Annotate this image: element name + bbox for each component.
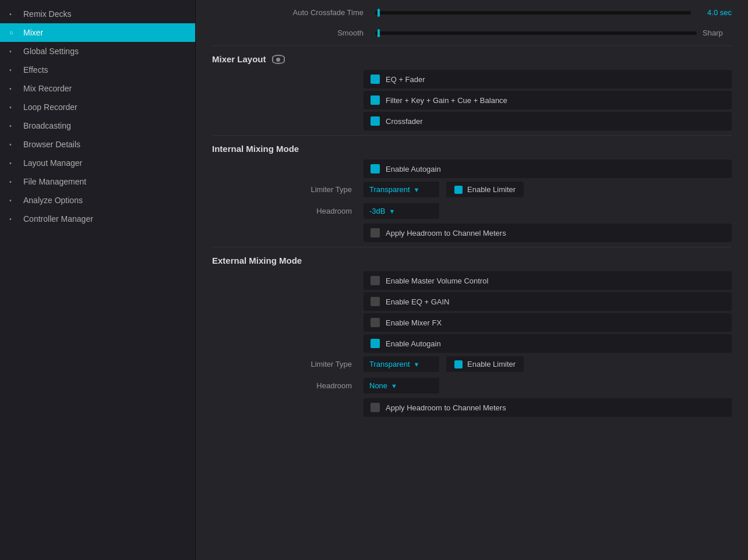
sidebar-item-file-management[interactable]: • File Management xyxy=(0,172,195,191)
sidebar-item-browser-details[interactable]: • Browser Details xyxy=(0,135,195,154)
filter-key-label: Filter + Key + Gain + Cue + Balance xyxy=(386,96,507,105)
dropdown-arrow-icon: ▼ xyxy=(414,186,420,193)
autocrossfade-slider-container: 4.0 sec xyxy=(375,8,732,17)
internal-apply-headroom-checkbox[interactable] xyxy=(371,228,380,238)
external-enable-limiter-label: Enable Limiter xyxy=(467,360,516,368)
internal-autogain-label: Enable Autogain xyxy=(386,165,441,173)
dropdown-arrow-icon: ▼ xyxy=(414,361,420,368)
internal-limiter-type-dropdown[interactable]: Transparent ▼ xyxy=(364,182,439,197)
smooth-slider-thumb[interactable] xyxy=(377,29,380,37)
external-eq-label: Enable EQ + GAIN xyxy=(386,297,449,306)
sidebar-item-remix-decks[interactable]: • Remix Decks xyxy=(0,5,195,23)
sidebar-item-label: Remix Decks xyxy=(23,9,71,19)
sidebar-item-mixer[interactable]: ○ Mixer xyxy=(0,23,195,42)
internal-apply-headroom-label: Apply Headroom to Channel Meters xyxy=(386,229,506,238)
sidebar-item-analyze-options[interactable]: • Analyze Options xyxy=(0,191,195,210)
internal-enable-limiter-label: Enable Limiter xyxy=(467,185,516,194)
sidebar-item-label: File Management xyxy=(23,177,86,186)
sidebar-item-mix-recorder[interactable]: • Mix Recorder xyxy=(0,79,195,98)
internal-enable-autogain-row[interactable]: Enable Autogain xyxy=(364,160,732,178)
active-icon: ○ xyxy=(9,29,20,36)
eye-icon[interactable] xyxy=(272,55,285,64)
sidebar-item-label: Global Settings xyxy=(23,47,79,56)
sidebar-item-label: Loop Recorder xyxy=(23,102,77,112)
smooth-row: Smooth Sharp xyxy=(212,20,732,41)
sidebar-item-label: Layout Manager xyxy=(23,158,82,168)
external-enable-mixer-fx-row[interactable]: Enable Mixer FX xyxy=(364,313,732,332)
sidebar-item-label: Analyze Options xyxy=(23,196,83,205)
external-enable-autogain-row[interactable]: Enable Autogain xyxy=(364,334,732,353)
bullet-icon: • xyxy=(9,197,20,204)
bullet-icon: • xyxy=(9,178,20,185)
sharp-label: Sharp xyxy=(703,29,732,37)
external-limiter-type-dropdown[interactable]: Transparent ▼ xyxy=(364,356,439,372)
external-mixer-fx-checkbox[interactable] xyxy=(371,318,380,327)
internal-headroom-label: Headroom xyxy=(212,207,364,215)
sidebar-item-label: Broadcasting xyxy=(23,121,71,130)
autocrossfade-slider-track[interactable] xyxy=(375,11,691,15)
autocrossfade-value: 4.0 sec xyxy=(697,8,732,17)
sidebar-item-global-settings[interactable]: • Global Settings xyxy=(0,42,195,61)
mixer-layout-filter-key[interactable]: Filter + Key + Gain + Cue + Balance xyxy=(364,91,732,109)
mixer-layout-eq-fader[interactable]: EQ + Fader xyxy=(364,70,732,88)
external-headroom-label: Headroom xyxy=(212,381,364,390)
mixer-layout-heading: Mixer Layout xyxy=(212,45,732,70)
external-headroom-dropdown[interactable]: None ▼ xyxy=(364,378,439,394)
internal-limiter-type-row: Limiter Type Transparent ▼ Enable Limite… xyxy=(212,180,732,199)
internal-mixing-heading: Internal Mixing Mode xyxy=(212,135,732,160)
main-content: Auto Crossfade Time 4.0 sec Smooth Sharp… xyxy=(196,0,748,560)
external-master-checkbox[interactable] xyxy=(371,276,380,285)
internal-limiter-type-label: Limiter Type xyxy=(212,185,364,194)
mixer-layout-checkboxes: EQ + Fader Filter + Key + Gain + Cue + B… xyxy=(364,70,732,130)
smooth-label: Smooth xyxy=(212,29,375,37)
internal-enable-limiter-checkbox[interactable] xyxy=(454,186,463,194)
internal-headroom-row: Headroom -3dB ▼ xyxy=(212,202,732,220)
bullet-icon: • xyxy=(9,215,20,222)
autocrossfade-slider-thumb[interactable] xyxy=(377,9,380,17)
dropdown-arrow-icon: ▼ xyxy=(389,208,395,215)
internal-autogain-checkbox[interactable] xyxy=(371,164,380,173)
bullet-icon: • xyxy=(9,66,20,73)
external-enable-limiter-checkbox[interactable] xyxy=(454,360,463,368)
external-master-label: Enable Master Volume Control xyxy=(386,277,488,285)
checkbox-filter-key[interactable] xyxy=(371,95,380,105)
sidebar-item-label: Effects xyxy=(23,65,48,75)
bullet-icon: • xyxy=(9,10,20,17)
sidebar-item-controller-manager[interactable]: • Controller Manager xyxy=(0,210,195,228)
bullet-icon: • xyxy=(9,104,20,111)
autocrossfade-row: Auto Crossfade Time 4.0 sec xyxy=(212,0,732,20)
external-enable-limiter-btn[interactable]: Enable Limiter xyxy=(446,356,524,372)
internal-headroom-dropdown[interactable]: -3dB ▼ xyxy=(364,203,439,219)
external-eq-checkbox[interactable] xyxy=(371,297,380,306)
sidebar-item-loop-recorder[interactable]: • Loop Recorder xyxy=(0,98,195,116)
external-enable-master-row[interactable]: Enable Master Volume Control xyxy=(364,271,732,290)
internal-apply-headroom-row[interactable]: Apply Headroom to Channel Meters xyxy=(364,224,732,242)
external-enable-eq-row[interactable]: Enable EQ + GAIN xyxy=(364,292,732,311)
external-mixer-fx-label: Enable Mixer FX xyxy=(386,318,442,327)
checkbox-crossfader[interactable] xyxy=(371,116,380,126)
sidebar: • Remix Decks ○ Mixer • Global Settings … xyxy=(0,0,196,560)
bullet-icon: • xyxy=(9,160,20,166)
external-apply-headroom-label: Apply Headroom to Channel Meters xyxy=(386,403,506,412)
crossfader-label: Crossfader xyxy=(386,117,423,126)
external-apply-headroom-row[interactable]: Apply Headroom to Channel Meters xyxy=(364,398,732,417)
sidebar-item-effects[interactable]: • Effects xyxy=(0,61,195,79)
bullet-icon: • xyxy=(9,48,20,55)
external-autogain-checkbox[interactable] xyxy=(371,339,380,348)
checkbox-eq-fader[interactable] xyxy=(371,75,380,84)
internal-enable-limiter-btn[interactable]: Enable Limiter xyxy=(446,182,524,197)
mixer-layout-crossfader[interactable]: Crossfader xyxy=(364,112,732,130)
bullet-icon: • xyxy=(9,85,20,92)
sidebar-item-broadcasting[interactable]: • Broadcasting xyxy=(0,116,195,135)
external-apply-headroom-checkbox[interactable] xyxy=(371,403,380,412)
external-headroom-row: Headroom None ▼ xyxy=(212,377,732,395)
smooth-slider-container: Sharp xyxy=(375,29,732,37)
bullet-icon: • xyxy=(9,122,20,129)
smooth-slider-track[interactable] xyxy=(375,31,697,35)
sidebar-item-layout-manager[interactable]: • Layout Manager xyxy=(0,154,195,172)
external-mixing-heading: External Mixing Mode xyxy=(212,247,732,271)
external-autogain-label: Enable Autogain xyxy=(386,339,441,348)
sidebar-item-label: Browser Details xyxy=(23,140,80,149)
external-limiter-type-row: Limiter Type Transparent ▼ Enable Limite… xyxy=(212,355,732,373)
external-limiter-type-label: Limiter Type xyxy=(212,360,364,368)
